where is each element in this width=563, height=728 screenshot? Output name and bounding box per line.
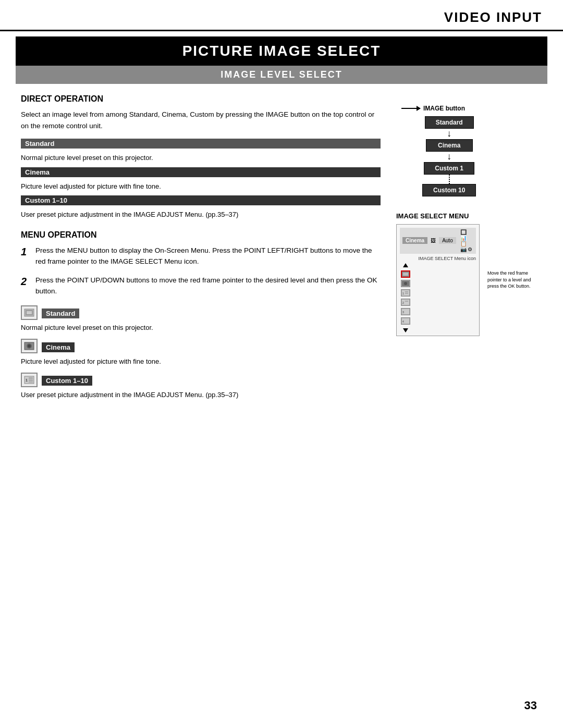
icon-custom-row: 1 Custom 1–10: [21, 372, 381, 388]
menu-custom-desc: User preset picture adjustment in the IM…: [21, 390, 381, 400]
svg-text:2: 2: [402, 301, 404, 304]
section-title: IMAGE LEVEL SELECT: [26, 69, 537, 80]
svg-text:1: 1: [402, 292, 404, 295]
cinema-badge: Cinema: [21, 167, 381, 177]
menu-tab-cinema: Cinema: [402, 237, 427, 244]
cinema-desc: Picture level adjusted for picture with …: [21, 181, 381, 192]
menu-standard-desc: Normal picture level preset on this proj…: [21, 323, 381, 333]
menu-top-bar: Cinema 🖼 Auto 🔲 📊 📋 📷 ⚙: [400, 228, 476, 254]
menu-section-label: IMAGE SELECT MENU: [396, 212, 542, 220]
custom-badge: Custom 1–10: [21, 195, 381, 205]
menu-cinema-badge: Cinema: [42, 342, 75, 352]
cinema-icon-box: [21, 339, 38, 353]
svg-text:3: 3: [402, 311, 404, 314]
svg-rect-21: [405, 301, 408, 302]
menu-item-2: [400, 279, 411, 288]
menu-item-icon-1: [401, 270, 410, 278]
diagram-boxes: Standard ↓ Cinema ↓ Custom 1 Custom 10: [422, 116, 476, 196]
menu-item-icon-4: 2: [401, 299, 410, 306]
direct-operation-intro: Select an image level from among Standar…: [21, 109, 381, 131]
step-1-text: Press the MENU button to display the On-…: [35, 245, 381, 267]
image-button-label: IMAGE button: [401, 105, 465, 112]
image-select-menu-icon-label: IMAGE SELECT Menu icon: [400, 256, 476, 261]
menu-item-1: [400, 270, 411, 278]
arrow-down-icon: [403, 328, 408, 332]
image-select-menu-section: IMAGE SELECT MENU Cinema 🖼 Auto 🔲 📊 📋 📷 …: [396, 212, 542, 336]
svg-rect-17: [405, 291, 408, 292]
diagram-cinema-box: Cinema: [426, 139, 473, 152]
standard-desc: Normal picture level preset on this proj…: [21, 153, 381, 163]
icon-cinema-row: Cinema: [21, 338, 381, 354]
diagram-arrow-1: ↓: [447, 129, 451, 139]
video-input-title: VIDEO INPUT: [444, 9, 542, 26]
content-area: DIRECT OPERATION Select an image level f…: [0, 84, 563, 413]
menu-arrows: 1 2 3: [400, 263, 411, 332]
svg-point-14: [404, 282, 407, 285]
menu-operation-heading: MENU OPERATION: [21, 230, 381, 240]
annotation-text: Move the red frame pointer to a level an…: [487, 270, 542, 290]
diagram-custom10-box: Custom 10: [422, 184, 476, 196]
standard-badge: Standard: [21, 139, 381, 149]
diagram-custom1-box: Custom 1: [424, 162, 474, 175]
custom-desc: User preset picture adjustment in the IM…: [21, 209, 381, 220]
right-column: IMAGE button Standard ↓ Cinema ↓ Custom …: [396, 94, 542, 402]
step-1: 1 Press the MENU button to display the O…: [21, 245, 381, 267]
menu-screen-box: Cinema 🖼 Auto 🔲 📊 📋 📷 ⚙ IMAGE SELECT Men…: [396, 224, 480, 336]
direct-operation-section: DIRECT OPERATION Select an image level f…: [21, 94, 381, 220]
image-button-diagram: IMAGE button Standard ↓ Cinema ↓ Custom …: [396, 100, 542, 202]
svg-text:4: 4: [402, 320, 404, 323]
menu-tab-auto: Auto: [439, 237, 456, 244]
svg-rect-18: [405, 293, 408, 294]
step-2-text: Press the POINT UP/DOWN buttons to move …: [35, 275, 381, 297]
menu-standard-badge: Standard: [42, 309, 79, 318]
left-column: DIRECT OPERATION Select an image level f…: [21, 94, 381, 402]
svg-text:1: 1: [26, 378, 28, 382]
menu-custom-badge: Custom 1–10: [42, 376, 92, 386]
menu-item-icon-5: 3: [401, 308, 410, 315]
menu-item-6: 4: [400, 317, 411, 325]
menu-item-4: 2: [400, 298, 411, 306]
svg-rect-10: [29, 381, 33, 382]
svg-rect-12: [403, 273, 408, 276]
menu-item-icon-2: [401, 280, 410, 287]
menu-cinema-desc: Picture level adjusted for picture with …: [21, 356, 381, 367]
icon-standard-row: Standard: [21, 304, 381, 320]
menu-operation-section: MENU OPERATION 1 Press the MENU button t…: [21, 230, 381, 400]
section-title-banner: IMAGE LEVEL SELECT: [16, 66, 547, 84]
page-header: VIDEO INPUT: [0, 0, 563, 31]
main-title-banner: PICTURE IMAGE SELECT: [16, 36, 547, 66]
step-1-num: 1: [21, 245, 30, 258]
image-button-text: IMAGE button: [423, 105, 465, 112]
diagram-standard-box: Standard: [425, 116, 474, 129]
svg-point-5: [28, 344, 31, 348]
menu-item-icon-3: 1: [401, 289, 410, 297]
menu-content: 1 2 3: [400, 263, 476, 332]
svg-rect-8: [29, 377, 33, 379]
annotation-area: Move the red frame pointer to a level an…: [485, 224, 542, 336]
diagram-arrow-2: ↓: [447, 152, 451, 162]
step-2-num: 2: [21, 275, 30, 288]
direct-operation-heading: DIRECT OPERATION: [21, 94, 381, 104]
svg-rect-9: [29, 379, 33, 381]
menu-item-icon-6: 4: [401, 317, 410, 325]
main-title: PICTURE IMAGE SELECT: [26, 43, 537, 59]
menu-annotation-wrap: Cinema 🖼 Auto 🔲 📊 📋 📷 ⚙ IMAGE SELECT Men…: [396, 224, 542, 336]
menu-item-5: 3: [400, 307, 411, 316]
custom-icon-box: 1: [21, 373, 38, 387]
menu-item-3: 1: [400, 289, 411, 297]
svg-rect-2: [27, 311, 32, 314]
diagram-dots: [449, 175, 450, 184]
step-2: 2 Press the POINT UP/DOWN buttons to mov…: [21, 275, 381, 297]
standard-icon-box: [21, 305, 38, 320]
page-number: 33: [524, 699, 537, 712]
arrow-up-icon: [403, 263, 408, 267]
